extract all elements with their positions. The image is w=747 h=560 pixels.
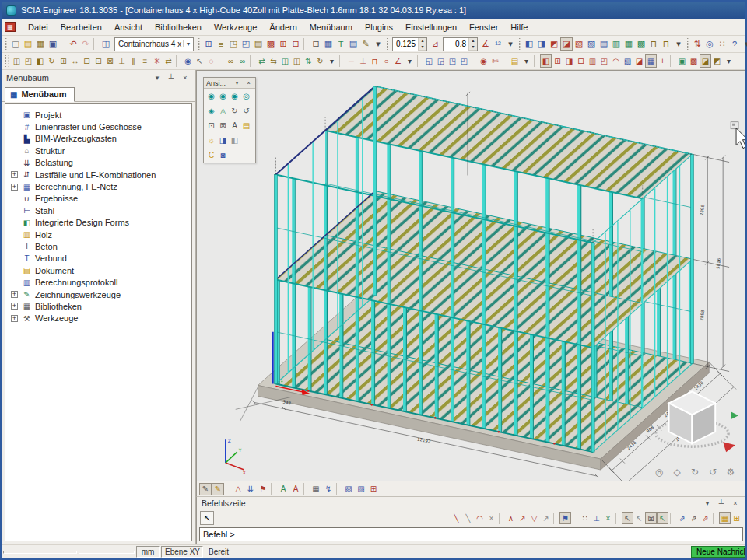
connection-baseplate-icon[interactable]: ◰ (598, 54, 610, 68)
hide-selection-icon[interactable]: ◉ (478, 54, 489, 68)
extend-member-icon[interactable]: ⊡ (93, 54, 104, 68)
select-intersect-icon[interactable]: ↖ (657, 512, 668, 524)
view-side-icon[interactable]: ◉ (229, 89, 240, 103)
snap-arc-icon[interactable]: ◠ (474, 512, 486, 524)
view-top-icon[interactable]: ◉ (205, 89, 217, 103)
tree-item[interactable]: ⊢Stahl (7, 205, 191, 216)
view-params-model-icon[interactable]: ◪ (560, 37, 573, 51)
tree-item[interactable]: +⇵Lastfälle und LF-Kombinationen (7, 169, 191, 180)
connection-welded-icon[interactable]: ▥ (587, 54, 598, 68)
nodes-visibility-icon[interactable]: ∞ (225, 54, 237, 68)
select-cursor-icon[interactable]: ↖ (194, 54, 205, 68)
scale-ramp-icon[interactable]: ⊿ (429, 37, 441, 51)
tree-item[interactable]: TVerbund (7, 253, 191, 264)
load-scale-value[interactable]: 0.8 (444, 38, 468, 51)
zoom-extents-icon[interactable]: ⊠ (217, 119, 229, 132)
trim-member-icon[interactable]: ⊟ (81, 54, 93, 68)
system-lines-icon[interactable]: ◪ (700, 54, 711, 68)
break-member-icon[interactable]: ⊠ (104, 54, 116, 68)
mirror-member-icon[interactable]: ◧ (34, 54, 46, 68)
calculator-icon[interactable]: ▦ (322, 37, 335, 51)
toolbar-grip[interactable] (5, 55, 9, 67)
template-folder-icon[interactable]: ▤ (509, 54, 521, 68)
tree-expander-icon[interactable]: + (11, 291, 18, 298)
named-selection-icon[interactable]: ◰ (240, 37, 252, 51)
hinge-icon[interactable]: ◠ (610, 54, 622, 68)
snap-line2-icon[interactable]: ╲ (462, 512, 474, 524)
document-icon[interactable]: ▤ (347, 37, 359, 51)
multicopy-member-icon[interactable]: ⊞ (58, 54, 69, 68)
align-member-icon[interactable]: ≡ (139, 54, 151, 68)
view-params-columns-icon[interactable]: ⊓ (660, 37, 672, 51)
connect-members-icon[interactable]: ⇄ (163, 54, 174, 68)
rotate-right-arrow-icon[interactable] (731, 411, 738, 419)
ucs-icon[interactable]: ⊞ (731, 512, 742, 524)
scale-dropdown-icon[interactable]: ▾ (504, 37, 517, 51)
toolbar-grip[interactable] (198, 38, 200, 50)
hide-text-icon[interactable]: A (289, 483, 302, 495)
block-paste-icon[interactable]: ◲ (435, 54, 447, 68)
tracking-icon[interactable]: ⇗ (700, 512, 711, 524)
activity-icon[interactable]: ◳ (227, 37, 240, 51)
spin-up-icon[interactable]: ▴ (469, 38, 477, 44)
spin-up-icon[interactable]: ▴ (419, 38, 426, 44)
view-front-icon[interactable]: ◉ (217, 89, 229, 103)
draw-perpendicular-icon[interactable]: ⊥ (357, 54, 369, 68)
rotate-view-icon[interactable]: ↻ (689, 466, 701, 478)
chevron-down-icon[interactable]: ▾ (152, 74, 163, 82)
workplane-icon[interactable]: ▦ (719, 512, 731, 524)
load-scale-spinner[interactable]: 0.8 ▴▾ (443, 37, 478, 51)
support-icon[interactable]: ▧ (622, 54, 633, 68)
pin-icon[interactable]: ┴ (716, 499, 727, 507)
view-params-labels-icon[interactable]: ◨ (535, 37, 548, 51)
undo-icon[interactable]: ↶ (67, 37, 79, 51)
ortho-icon[interactable]: ⇗ (676, 512, 688, 524)
view-save-icon[interactable]: ◨ (217, 134, 229, 147)
menu-item-5[interactable]: Werkzeuge (208, 20, 263, 34)
zoom-orbit-icon[interactable]: ↺ (240, 104, 252, 117)
cut-section-icon[interactable]: ✄ (489, 54, 501, 68)
pin-icon[interactable]: ┴ (166, 74, 177, 82)
grid-snap-icon[interactable]: × (602, 512, 614, 524)
show-loads-icon[interactable]: ⇊ (244, 483, 257, 495)
context-help-icon[interactable]: ? (728, 37, 741, 51)
rotate-member-icon[interactable]: ↻ (46, 54, 58, 68)
project-data-icon[interactable]: ⊞ (202, 37, 215, 51)
view-params-sections-icon[interactable]: ▥ (610, 37, 622, 51)
toolbar-grip[interactable] (387, 38, 388, 50)
toolbar-grip[interactable] (519, 38, 521, 50)
draw-dropdown-icon[interactable]: ▾ (404, 54, 416, 68)
menu-item-11[interactable]: Hilfe (504, 20, 534, 34)
table-edit-icon[interactable]: ⊞ (367, 483, 380, 495)
load-generator-icon[interactable]: ▩ (688, 54, 700, 68)
view-params-grid-icon[interactable]: ▩ (635, 37, 647, 51)
rotate-down-arrow-icon[interactable] (723, 442, 735, 452)
select-add-icon[interactable]: ◉ (182, 54, 194, 68)
star-snap-icon[interactable]: ✳ (151, 54, 163, 68)
show-supports-icon[interactable]: △ (232, 483, 244, 495)
display-dropdown-icon[interactable]: ▾ (723, 54, 735, 68)
menu-item-3[interactable]: Ansicht (108, 20, 149, 34)
snap-tangent-icon[interactable]: ↗ (540, 512, 552, 524)
fast-render-shaded-icon[interactable]: ✎ (212, 483, 224, 495)
view-params-surfaces-icon[interactable]: ▤ (598, 37, 610, 51)
clipping-box-icon[interactable]: C (205, 149, 217, 162)
zoom-window-icon[interactable]: ⊡ (205, 119, 217, 132)
new-message-button[interactable]: Neue Nachricht (691, 546, 745, 558)
menu-item-9[interactable]: Einstellungen (399, 20, 463, 34)
template-dropdown-icon[interactable]: ▾ (521, 54, 532, 68)
select-box-icon[interactable]: ⊠ (645, 512, 657, 524)
menu-item-1[interactable]: Datei (22, 20, 54, 34)
line-grid-icon[interactable]: ⊥ (591, 512, 602, 524)
cursor-snap-settings-icon[interactable]: ⚑ (559, 512, 571, 524)
nodes-select-icon[interactable]: ∞ (237, 54, 248, 68)
menu-item-7[interactable]: Menübaum (303, 20, 359, 34)
view-params-loads-icon[interactable]: ◩ (548, 37, 560, 51)
save-all-icon[interactable]: ▦ (34, 37, 47, 51)
tree-item[interactable]: ▙BIM-Werkzeugkasten (7, 133, 191, 145)
palette-header[interactable]: Ansi... ▾ × (204, 78, 255, 89)
join-member-icon[interactable]: ⊥ (116, 54, 128, 68)
view-params-rendering-icon[interactable]: ▨ (585, 37, 598, 51)
load-panel-icon[interactable]: ▣ (676, 54, 688, 68)
show-text-icon[interactable]: A (277, 483, 289, 495)
